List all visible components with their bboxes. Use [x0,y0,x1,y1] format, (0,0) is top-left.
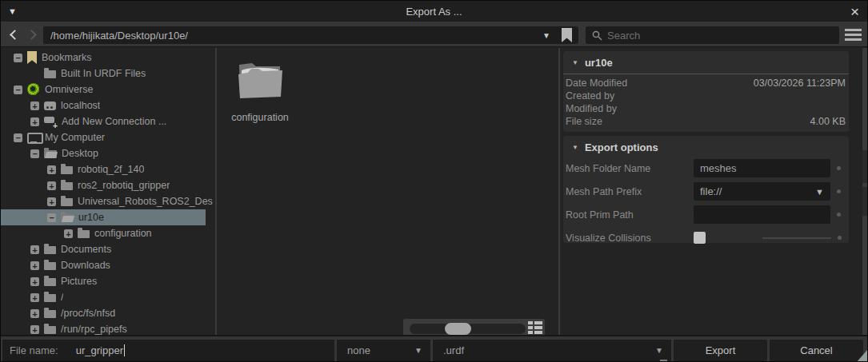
expand-icon[interactable] [64,229,73,238]
title-bar: ▼ Export As ... × [1,1,867,22]
reset-indicator[interactable] [837,166,841,170]
info-row-date-modified: Date Modified 03/03/2026 11:23PM [563,77,849,90]
dialog-title: Export As ... [1,6,867,18]
big-folder-icon [234,58,286,101]
thumbnail-zoom-slider[interactable] [410,324,526,334]
section-header[interactable]: ▼ ur10e [563,51,849,72]
menu-icon[interactable] [845,29,862,41]
details-panel: ▼ ur10e Date Modified 03/03/2026 11:23PM… [561,48,868,335]
bookmark-icon[interactable] [562,28,572,42]
export-button[interactable]: Export [674,340,767,361]
tree-item-ros2-robotiq-gripper[interactable]: ros2_robotiq_gripper [1,177,215,193]
folder-icon [61,182,73,190]
expand-icon[interactable] [47,197,56,206]
export-options-title: Export options [585,141,658,153]
divider [563,74,849,74]
reset-indicator[interactable] [837,189,841,193]
main-area: Bookmarks Built In URDF Files Omniverse … [1,48,867,335]
tree-item-root[interactable]: / [1,289,215,305]
expand-icon[interactable] [30,261,39,270]
cancel-button[interactable]: Cancel [770,340,863,361]
expand-icon[interactable] [30,245,39,254]
dropdown-arrow-icon: ▼ [655,346,663,355]
reset-indicator[interactable] [837,213,841,217]
file-item-label: configuration [229,111,291,124]
collapse-triangle-icon[interactable]: ▼ [572,144,578,151]
tree-item-configuration[interactable]: configuration [1,225,215,241]
reset-indicator[interactable] [838,236,842,240]
computer-icon [27,133,40,143]
expand-icon[interactable] [30,101,39,110]
value-line [762,237,831,239]
tree-item-my-computer[interactable]: My Computer [1,129,215,145]
extension-dropdown[interactable]: .urdf ▼ [433,340,671,361]
tree-item-universal-robots-ros2[interactable]: Universal_Robots_ROS2_Des [1,193,215,209]
dropdown-arrow-icon: ▼ [414,346,422,355]
tree-item-ur10e[interactable]: ur10e [1,209,206,225]
file-name-field[interactable]: File name: ur_gripper [2,340,334,361]
file-name-value[interactable]: ur_gripper [76,344,123,356]
search-input[interactable] [607,30,807,42]
tree-item-proc-fs-nfsd[interactable]: /proc/fs/nfsd [1,305,215,321]
slider-thumb[interactable] [445,323,471,335]
close-icon[interactable]: × [850,1,859,22]
tree-item-desktop[interactable]: Desktop [1,145,215,161]
visualize-collisions-checkbox[interactable] [694,232,706,244]
search-icon [592,30,602,41]
selection-info-section: ▼ ur10e Date Modified 03/03/2026 11:23PM… [563,51,849,132]
text-cursor [124,344,125,356]
tree-item-pictures[interactable]: Pictures [1,273,215,289]
tree-item-localhost[interactable]: localhost [1,97,215,113]
folder-icon [44,294,56,302]
panel-splitter[interactable] [558,48,560,335]
folder-tree: Bookmarks Built In URDF Files Omniverse … [1,48,215,335]
mesh-folder-name-input[interactable] [694,159,830,177]
mesh-path-prefix-dropdown[interactable]: file:// ▼ [694,182,830,201]
file-item-configuration[interactable]: configuration [229,58,291,124]
selection-title: ur10e [585,57,613,69]
tree-item-omniverse[interactable]: Omniverse [1,82,215,97]
collapse-icon[interactable] [14,86,22,94]
section-header[interactable]: ▼ Export options [563,136,849,157]
tree-item-built-in-urdf-files[interactable]: Built In URDF Files [1,66,215,82]
collapse-icon[interactable] [14,54,22,62]
option-row-root-prim-path: Root Prim Path [563,203,849,226]
collapse-triangle-icon[interactable]: ▼ [572,59,578,66]
footer-bar: File name: ur_gripper none ▼ .urdf ▼ Exp… [1,335,867,362]
collapse-icon[interactable] [47,213,56,222]
collapse-icon[interactable] [30,149,39,158]
tree-item-run-rpc-pipefs[interactable]: /run/rpc_pipefs [1,321,215,335]
tree-item-downloads[interactable]: Downloads [1,257,215,273]
export-as-dialog: ▼ Export As ... × /home/hijikata/Desktop… [0,0,868,362]
option-row-visualize-collisions: Visualize Collisions [563,226,849,249]
expand-icon[interactable] [30,325,39,334]
search-field[interactable] [586,26,839,44]
path-dropdown-icon[interactable]: ▼ [542,31,550,40]
info-row-created-by: Created by [563,90,849,102]
tree-item-add-new-connection[interactable]: Add New Connection ... [1,113,215,129]
dropdown-arrow-icon: ▼ [815,187,824,197]
expand-icon[interactable] [47,181,56,190]
file-name-label: File name: [10,344,58,356]
expander-spacer [30,70,39,78]
path-value[interactable]: /home/hijikata/Desktop/ur10e/ [50,30,542,42]
expand-icon[interactable] [30,277,39,286]
tree-item-documents[interactable]: Documents [1,241,215,257]
expand-icon[interactable] [30,309,39,318]
expand-icon[interactable] [47,165,56,174]
server-icon [44,101,56,110]
folder-icon [44,246,56,254]
folder-icon [61,166,73,174]
grid-view-icon[interactable] [528,321,542,335]
folder-icon [61,198,73,206]
root-prim-path-input[interactable] [694,205,830,224]
tree-item-bookmarks[interactable]: Bookmarks [1,50,215,66]
folder-icon [44,326,56,334]
expand-icon[interactable] [30,117,39,126]
vertical-scrollbar[interactable] [862,48,868,335]
tree-item-robotiq-2f-140[interactable]: robotiq_2f_140 [1,161,215,177]
expand-icon[interactable] [30,293,39,302]
collapse-icon[interactable] [14,133,22,142]
path-field[interactable]: /home/hijikata/Desktop/ur10e/ ▼ [43,26,578,44]
options-dropdown[interactable]: none ▼ [337,340,430,361]
